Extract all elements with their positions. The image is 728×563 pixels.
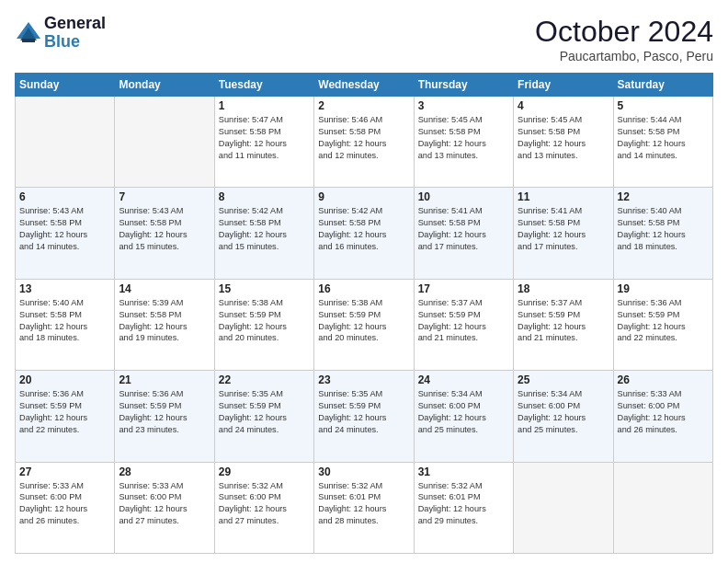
table-row: 5Sunrise: 5:44 AM Sunset: 5:58 PM Daylig… [613, 97, 712, 188]
day-number: 12 [618, 190, 709, 203]
col-friday: Friday [514, 74, 613, 97]
table-row [115, 97, 214, 188]
day-number: 27 [19, 465, 110, 478]
day-number: 5 [618, 99, 709, 112]
day-number: 7 [119, 190, 210, 203]
cell-text: Sunrise: 5:32 AM Sunset: 6:01 PM Dayligh… [418, 480, 509, 528]
col-monday: Monday [115, 74, 214, 97]
cell-text: Sunrise: 5:38 AM Sunset: 5:59 PM Dayligh… [318, 297, 409, 345]
cell-text: Sunrise: 5:32 AM Sunset: 6:01 PM Dayligh… [318, 480, 409, 528]
cell-text: Sunrise: 5:34 AM Sunset: 6:00 PM Dayligh… [418, 388, 509, 436]
cell-text: Sunrise: 5:43 AM Sunset: 5:58 PM Dayligh… [19, 205, 110, 253]
cell-text: Sunrise: 5:38 AM Sunset: 5:59 PM Dayligh… [219, 297, 310, 345]
table-row: 20Sunrise: 5:36 AM Sunset: 5:59 PM Dayli… [16, 371, 115, 462]
cell-text: Sunrise: 5:36 AM Sunset: 5:59 PM Dayligh… [618, 297, 709, 345]
header: General Blue October 2024 Paucartambo, P… [15, 15, 713, 63]
table-row: 1Sunrise: 5:47 AM Sunset: 5:58 PM Daylig… [214, 97, 313, 188]
page: General Blue October 2024 Paucartambo, P… [0, 0, 728, 563]
cell-text: Sunrise: 5:35 AM Sunset: 5:59 PM Dayligh… [318, 388, 409, 436]
col-saturday: Saturday [613, 74, 712, 97]
table-row: 19Sunrise: 5:36 AM Sunset: 5:59 PM Dayli… [613, 279, 712, 370]
cell-text: Sunrise: 5:33 AM Sunset: 6:00 PM Dayligh… [19, 480, 110, 528]
calendar-table: Sunday Monday Tuesday Wednesday Thursday… [15, 73, 713, 554]
day-number: 18 [518, 282, 609, 295]
calendar-week-3: 13Sunrise: 5:40 AM Sunset: 5:58 PM Dayli… [16, 279, 713, 370]
table-row: 6Sunrise: 5:43 AM Sunset: 5:58 PM Daylig… [16, 188, 115, 279]
day-number: 1 [219, 99, 310, 112]
cell-text: Sunrise: 5:47 AM Sunset: 5:58 PM Dayligh… [219, 114, 310, 162]
table-row: 8Sunrise: 5:42 AM Sunset: 5:58 PM Daylig… [214, 188, 313, 279]
table-row: 11Sunrise: 5:41 AM Sunset: 5:58 PM Dayli… [514, 188, 613, 279]
cell-text: Sunrise: 5:40 AM Sunset: 5:58 PM Dayligh… [19, 297, 110, 345]
day-number: 10 [418, 190, 509, 203]
table-row: 13Sunrise: 5:40 AM Sunset: 5:58 PM Dayli… [16, 279, 115, 370]
day-number: 20 [19, 373, 110, 386]
col-tuesday: Tuesday [214, 74, 313, 97]
table-row: 28Sunrise: 5:33 AM Sunset: 6:00 PM Dayli… [115, 462, 214, 553]
table-row: 21Sunrise: 5:36 AM Sunset: 5:59 PM Dayli… [115, 371, 214, 462]
day-number: 21 [119, 373, 210, 386]
day-number: 6 [19, 190, 110, 203]
day-number: 28 [119, 465, 210, 478]
day-number: 9 [318, 190, 409, 203]
day-number: 14 [119, 282, 210, 295]
table-row: 14Sunrise: 5:39 AM Sunset: 5:58 PM Dayli… [115, 279, 214, 370]
table-row: 25Sunrise: 5:34 AM Sunset: 6:00 PM Dayli… [514, 371, 613, 462]
location: Paucartambo, Pasco, Peru [535, 49, 713, 63]
day-number: 17 [418, 282, 509, 295]
table-row: 16Sunrise: 5:38 AM Sunset: 5:59 PM Dayli… [314, 279, 414, 370]
calendar-week-2: 6Sunrise: 5:43 AM Sunset: 5:58 PM Daylig… [16, 188, 713, 279]
table-row: 26Sunrise: 5:33 AM Sunset: 6:00 PM Dayli… [613, 371, 712, 462]
cell-text: Sunrise: 5:33 AM Sunset: 6:00 PM Dayligh… [119, 480, 210, 528]
logo-icon [15, 20, 42, 46]
day-number: 4 [518, 99, 609, 112]
day-number: 15 [219, 282, 310, 295]
day-number: 8 [219, 190, 310, 203]
day-number: 31 [418, 465, 509, 478]
table-row: 23Sunrise: 5:35 AM Sunset: 5:59 PM Dayli… [314, 371, 414, 462]
cell-text: Sunrise: 5:37 AM Sunset: 5:59 PM Dayligh… [418, 297, 509, 345]
calendar-week-5: 27Sunrise: 5:33 AM Sunset: 6:00 PM Dayli… [16, 462, 713, 553]
cell-text: Sunrise: 5:45 AM Sunset: 5:58 PM Dayligh… [518, 114, 609, 162]
table-row [514, 462, 613, 553]
col-sunday: Sunday [16, 74, 115, 97]
table-row: 31Sunrise: 5:32 AM Sunset: 6:01 PM Dayli… [414, 462, 513, 553]
table-row: 7Sunrise: 5:43 AM Sunset: 5:58 PM Daylig… [115, 188, 214, 279]
table-row: 24Sunrise: 5:34 AM Sunset: 6:00 PM Dayli… [414, 371, 513, 462]
day-number: 23 [318, 373, 409, 386]
cell-text: Sunrise: 5:45 AM Sunset: 5:58 PM Dayligh… [418, 114, 509, 162]
day-number: 16 [318, 282, 409, 295]
table-row [16, 97, 115, 188]
day-number: 25 [518, 373, 609, 386]
table-row: 30Sunrise: 5:32 AM Sunset: 6:01 PM Dayli… [314, 462, 414, 553]
logo-line2: Blue [44, 33, 106, 52]
calendar-week-1: 1Sunrise: 5:47 AM Sunset: 5:58 PM Daylig… [16, 97, 713, 188]
day-number: 13 [19, 282, 110, 295]
table-row: 27Sunrise: 5:33 AM Sunset: 6:00 PM Dayli… [16, 462, 115, 553]
cell-text: Sunrise: 5:33 AM Sunset: 6:00 PM Dayligh… [618, 388, 709, 436]
month-title: October 2024 [535, 15, 713, 49]
cell-text: Sunrise: 5:46 AM Sunset: 5:58 PM Dayligh… [318, 114, 409, 162]
table-row: 15Sunrise: 5:38 AM Sunset: 5:59 PM Dayli… [214, 279, 313, 370]
table-row: 22Sunrise: 5:35 AM Sunset: 5:59 PM Dayli… [214, 371, 313, 462]
cell-text: Sunrise: 5:43 AM Sunset: 5:58 PM Dayligh… [119, 205, 210, 253]
cell-text: Sunrise: 5:37 AM Sunset: 5:59 PM Dayligh… [518, 297, 609, 345]
day-number: 2 [318, 99, 409, 112]
day-number: 24 [418, 373, 509, 386]
day-number: 11 [518, 190, 609, 203]
day-number: 26 [618, 373, 709, 386]
logo-line1: General [44, 15, 106, 33]
calendar-week-4: 20Sunrise: 5:36 AM Sunset: 5:59 PM Dayli… [16, 371, 713, 462]
table-row: 3Sunrise: 5:45 AM Sunset: 5:58 PM Daylig… [414, 97, 513, 188]
table-row: 29Sunrise: 5:32 AM Sunset: 6:00 PM Dayli… [214, 462, 313, 553]
table-row: 18Sunrise: 5:37 AM Sunset: 5:59 PM Dayli… [514, 279, 613, 370]
cell-text: Sunrise: 5:34 AM Sunset: 6:00 PM Dayligh… [518, 388, 609, 436]
logo: General Blue [15, 15, 106, 52]
table-row: 10Sunrise: 5:41 AM Sunset: 5:58 PM Dayli… [414, 188, 513, 279]
day-number: 3 [418, 99, 509, 112]
day-number: 30 [318, 465, 409, 478]
cell-text: Sunrise: 5:41 AM Sunset: 5:58 PM Dayligh… [518, 205, 609, 253]
cell-text: Sunrise: 5:41 AM Sunset: 5:58 PM Dayligh… [418, 205, 509, 253]
svg-rect-2 [22, 39, 35, 42]
table-row: 17Sunrise: 5:37 AM Sunset: 5:59 PM Dayli… [414, 279, 513, 370]
